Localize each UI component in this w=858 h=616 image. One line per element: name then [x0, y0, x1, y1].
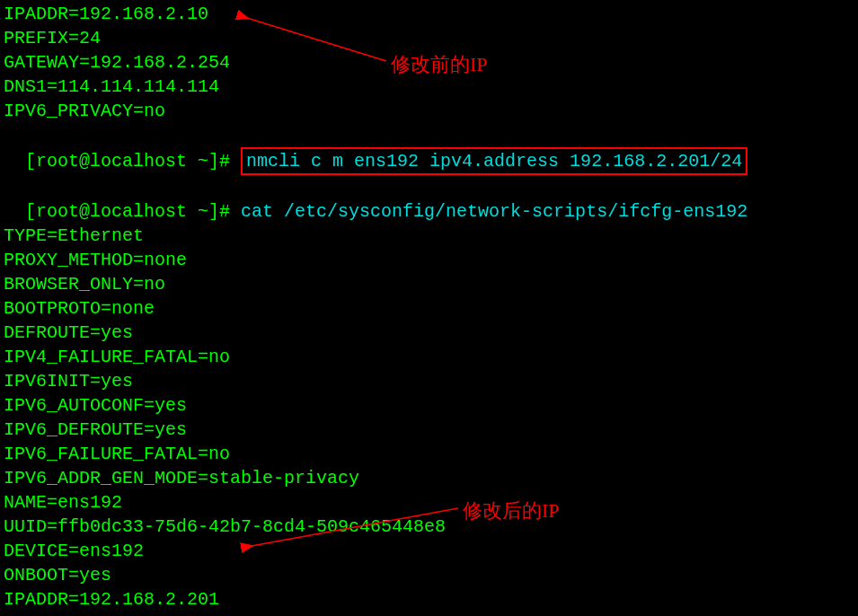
- config-line-ipaddr-after: IPADDR=192.168.2.201: [4, 587, 858, 612]
- config-line-prefix-after: PREFIX=24: [4, 612, 858, 616]
- config-line-ipv6init: IPV6INIT=yes: [4, 369, 858, 393]
- command-line-cat[interactable]: [root@localhost ~]# cat /etc/sysconfig/n…: [4, 175, 858, 224]
- config-line-browseronly: BROWSER_ONLY=no: [4, 272, 858, 296]
- config-line-ipv6autoconf: IPV6_AUTOCONF=yes: [4, 393, 858, 418]
- highlighted-command-box: nmcli c m ens192 ipv4.address 192.168.2.…: [241, 147, 747, 175]
- config-line-defroute: DEFROUTE=yes: [4, 321, 858, 345]
- config-line-onboot: ONBOOT=yes: [4, 563, 858, 587]
- config-line-ipv6addrgenmode: IPV6_ADDR_GEN_MODE=stable-privacy: [4, 466, 858, 490]
- annotation-before-ip: 修改前的IP: [391, 52, 488, 76]
- config-line-ipv6defroute: IPV6_DEFROUTE=yes: [4, 418, 858, 442]
- annotation-after-ip: 修改后的IP: [463, 498, 560, 523]
- config-line-name: NAME=ens192: [4, 490, 858, 515]
- config-line-ipv4failurefatal: IPV4_FAILURE_FATAL=no: [4, 345, 858, 369]
- command-line-nmcli[interactable]: [root@localhost ~]# nmcli c m ens192 ipv…: [4, 123, 858, 175]
- config-line-device: DEVICE=ens192: [4, 539, 858, 563]
- config-line-proxymethod: PROXY_METHOD=none: [4, 248, 858, 272]
- shell-prompt: [root@localhost ~]#: [25, 151, 241, 172]
- nmcli-command: nmcli c m ens192 ipv4.address 192.168.2.…: [246, 151, 742, 172]
- shell-prompt: [root@localhost ~]#: [25, 201, 241, 222]
- config-line-bootproto: BOOTPROTO=none: [4, 296, 858, 321]
- config-line-prefix-before: PREFIX=24: [4, 26, 858, 50]
- config-line-dns1: DNS1=114.114.114.114: [4, 75, 858, 99]
- cat-command: cat /etc/sysconfig/network-scripts/ifcfg…: [241, 201, 747, 222]
- config-line-ipaddr-before: IPADDR=192.168.2.10: [4, 2, 858, 26]
- config-line-uuid: UUID=ffb0dc33-75d6-42b7-8cd4-509c465448e…: [4, 515, 858, 539]
- config-line-ipv6privacy: IPV6_PRIVACY=no: [4, 99, 858, 123]
- config-line-ipv6failurefatal: IPV6_FAILURE_FATAL=no: [4, 442, 858, 466]
- config-line-type: TYPE=Ethernet: [4, 224, 858, 248]
